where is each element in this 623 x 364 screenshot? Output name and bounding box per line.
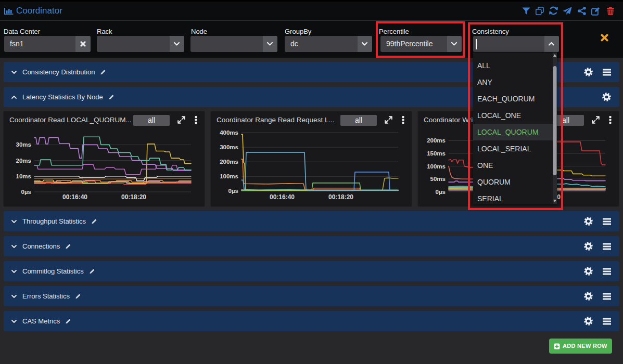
svg-text:0µs: 0µs <box>21 189 31 195</box>
svg-text:200ms: 200ms <box>427 137 446 144</box>
svg-text:100ms: 100ms <box>427 163 446 170</box>
svg-text:00:18:20: 00:18:20 <box>121 193 146 201</box>
svg-text:0µs: 0µs <box>228 188 238 194</box>
svg-text:150ms: 150ms <box>427 150 446 157</box>
svg-text:0µs: 0µs <box>436 189 446 195</box>
svg-text:300ms: 300ms <box>220 144 238 150</box>
svg-text:30ms: 30ms <box>16 141 31 148</box>
svg-text:10ms: 10ms <box>16 173 31 179</box>
svg-text:00:18:20: 00:18:20 <box>328 193 353 201</box>
svg-text:200ms: 200ms <box>220 159 238 165</box>
svg-text:50ms: 50ms <box>430 176 446 182</box>
svg-text:100ms: 100ms <box>220 173 238 179</box>
svg-text:400ms: 400ms <box>220 129 238 136</box>
svg-text:00:16:40: 00:16:40 <box>62 193 87 201</box>
svg-text:20ms: 20ms <box>16 158 31 164</box>
svg-text:00:16:40: 00:16:40 <box>270 193 295 201</box>
